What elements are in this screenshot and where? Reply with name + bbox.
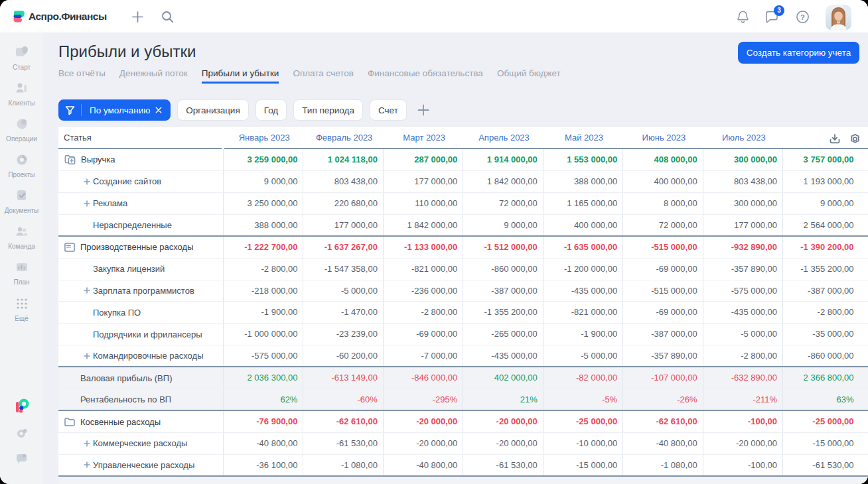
- svg-text:?: ?: [800, 13, 805, 21]
